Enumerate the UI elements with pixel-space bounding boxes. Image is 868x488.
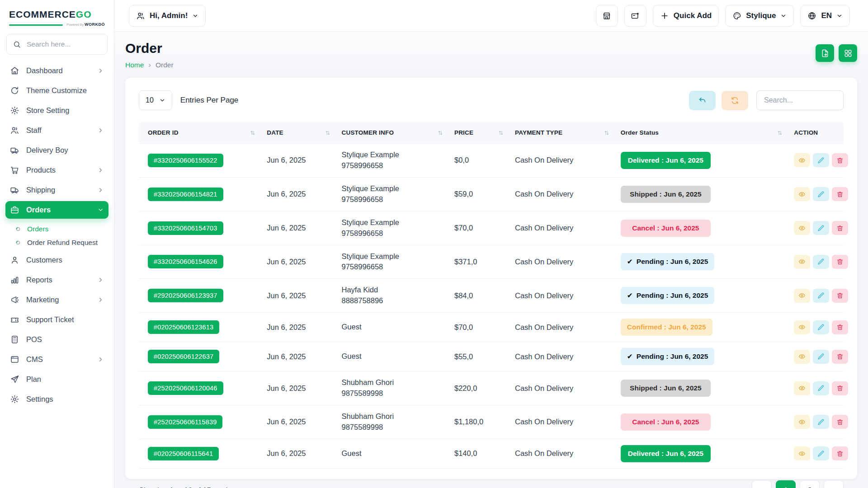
column-header-price[interactable]: PRICE [449, 122, 509, 144]
sidebar-subitem-order-refund-request[interactable]: Order Refund Request [5, 236, 108, 249]
edit-button[interactable] [813, 187, 829, 201]
pagination-prev-button[interactable] [752, 480, 772, 488]
column-header-payment-type[interactable]: PAYMENT TYPE [509, 122, 615, 144]
delete-button[interactable] [832, 221, 848, 235]
sidebar-search-input[interactable] [26, 40, 101, 49]
refresh-button[interactable] [722, 91, 748, 110]
language-selector-button[interactable]: EN [800, 5, 850, 27]
trash-icon [836, 225, 844, 232]
sidebar-item-plan[interactable]: Plan [5, 371, 108, 388]
entries-per-page-select[interactable]: 10 [139, 90, 172, 110]
sidebar-item-marketing[interactable]: Marketing [5, 291, 108, 309]
edit-button[interactable] [813, 320, 829, 334]
view-button[interactable] [794, 415, 810, 429]
order-price: $70,0 [449, 313, 509, 342]
delete-button[interactable] [832, 350, 848, 364]
action-cell [788, 279, 844, 313]
sidebar-item-products[interactable]: Products [5, 161, 108, 179]
column-label: DATE [267, 129, 283, 136]
delete-button[interactable] [832, 255, 848, 269]
storefront-button[interactable] [596, 5, 618, 27]
edit-button[interactable] [813, 415, 829, 429]
delete-button[interactable] [832, 289, 848, 303]
pagination-next-button[interactable] [824, 480, 844, 488]
undo-button[interactable] [689, 91, 716, 110]
view-button[interactable] [794, 187, 810, 201]
edit-button[interactable] [813, 153, 829, 167]
theme-selector-button[interactable]: Stylique [725, 5, 794, 27]
delete-button[interactable] [832, 320, 848, 334]
delete-button[interactable] [832, 187, 848, 201]
view-button[interactable] [794, 350, 810, 364]
sidebar-item-customers[interactable]: Customers [5, 251, 108, 269]
action-cell [788, 405, 844, 439]
sidebar-item-dashboard[interactable]: Dashboard [5, 62, 108, 80]
pagination-page-2[interactable]: 2 [800, 480, 820, 488]
sidebar-subitem-orders[interactable]: Orders [5, 222, 108, 236]
eye-icon [798, 324, 806, 331]
table-row: #3320250606154703Jun 6, 2025Stylique Exa… [139, 211, 844, 245]
breadcrumb-home-link[interactable]: Home [125, 61, 144, 69]
edit-button[interactable] [813, 289, 829, 303]
chevron-down-icon [97, 206, 104, 213]
sidebar-item-support-ticket[interactable]: Support Ticket [5, 311, 108, 328]
delete-button[interactable] [832, 153, 848, 167]
edit-button[interactable] [813, 221, 829, 235]
admin-menu-button[interactable]: Hi, Admin! [129, 5, 206, 27]
view-button[interactable] [794, 255, 810, 269]
grid-view-button[interactable] [839, 44, 857, 62]
view-button[interactable] [794, 381, 810, 395]
export-button[interactable] [816, 44, 834, 62]
sidebar-item-cms[interactable]: CMS [5, 351, 108, 368]
sidebar-item-label: Customers [26, 256, 62, 264]
pos-icon [10, 335, 19, 344]
order-id-badge[interactable]: #2520250606115839 [148, 415, 222, 429]
sidebar-item-settings[interactable]: Settings [5, 390, 108, 408]
delete-button[interactable] [832, 415, 848, 429]
users-icon [136, 11, 145, 20]
edit-button[interactable] [813, 255, 829, 269]
store-icon [602, 11, 611, 20]
sidebar-item-store-setting[interactable]: Store Setting [5, 102, 108, 119]
order-id-badge[interactable]: #2520250606120046 [148, 381, 223, 395]
trash-icon [836, 258, 844, 265]
sidebar-item-delivery-boy[interactable]: Delivery Boy [5, 141, 108, 159]
column-header-order-status[interactable]: Order Status [615, 122, 789, 144]
sidebar-item-orders[interactable]: Orders [5, 201, 108, 219]
customer-info-cell: Stylique Example9758996658 [336, 177, 449, 211]
email-button[interactable] [624, 5, 646, 27]
order-id-badge[interactable]: #3320250606154703 [148, 221, 223, 235]
admin-greeting: Hi, Admin! [150, 11, 188, 20]
delete-button[interactable] [832, 381, 848, 395]
table-search-input[interactable] [756, 90, 844, 110]
view-button[interactable] [794, 446, 810, 460]
sidebar-item-shipping[interactable]: Shipping [5, 181, 108, 199]
column-header-customer-info[interactable]: CUSTOMER INFO [336, 122, 449, 144]
sidebar-item-reports[interactable]: Reports [5, 271, 108, 289]
quick-add-button[interactable]: Quick Add [653, 5, 719, 27]
column-header-date[interactable]: DATE [261, 122, 336, 144]
order-id-badge[interactable]: #3320250606155522 [148, 154, 223, 167]
order-id-badge[interactable]: #3320250606154821 [148, 188, 223, 201]
sidebar-item-theme-customize[interactable]: Theme Customize [5, 82, 108, 99]
order-id-badge[interactable]: #020250606123613 [148, 320, 219, 334]
pagination-page-1[interactable]: 1 [776, 480, 796, 488]
mail-icon [631, 11, 640, 20]
view-button[interactable] [794, 320, 810, 334]
view-button[interactable] [794, 153, 810, 167]
pencil-icon [817, 324, 825, 331]
edit-button[interactable] [813, 446, 829, 460]
order-id-badge[interactable]: #020250606115641 [148, 447, 219, 460]
order-id-badge[interactable]: #020250606122637 [148, 350, 219, 363]
order-id-badge[interactable]: #3320250606154626 [148, 255, 223, 268]
brand-logo[interactable]: ECOMMERCEGO Powered By WORKDȮ [0, 6, 114, 27]
view-button[interactable] [794, 221, 810, 235]
sidebar-item-pos[interactable]: POS [5, 331, 108, 348]
sidebar-item-staff[interactable]: Staff [5, 122, 108, 139]
order-id-badge[interactable]: #2920250606123937 [148, 289, 223, 302]
delete-button[interactable] [832, 446, 848, 460]
column-header-order-id[interactable]: ORDER ID [139, 122, 261, 144]
edit-button[interactable] [813, 350, 829, 364]
view-button[interactable] [794, 289, 810, 303]
edit-button[interactable] [813, 381, 829, 395]
